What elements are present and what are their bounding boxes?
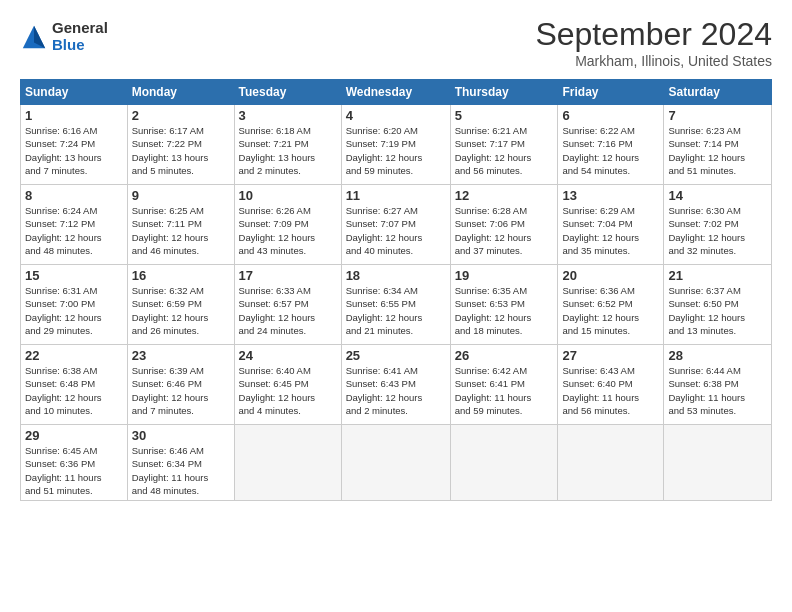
day-info: Sunrise: 6:22 AM Sunset: 7:16 PM Dayligh… bbox=[562, 124, 659, 177]
day-cell: 4Sunrise: 6:20 AM Sunset: 7:19 PM Daylig… bbox=[341, 105, 450, 185]
logo-icon bbox=[20, 23, 48, 51]
day-cell: 6Sunrise: 6:22 AM Sunset: 7:16 PM Daylig… bbox=[558, 105, 664, 185]
day-info: Sunrise: 6:25 AM Sunset: 7:11 PM Dayligh… bbox=[132, 204, 230, 257]
logo-general: General bbox=[52, 20, 108, 37]
header: General Blue September 2024 Markham, Ill… bbox=[20, 16, 772, 69]
day-cell: 20Sunrise: 6:36 AM Sunset: 6:52 PM Dayli… bbox=[558, 265, 664, 345]
day-number: 8 bbox=[25, 188, 123, 203]
day-info: Sunrise: 6:29 AM Sunset: 7:04 PM Dayligh… bbox=[562, 204, 659, 257]
day-number: 13 bbox=[562, 188, 659, 203]
day-info: Sunrise: 6:39 AM Sunset: 6:46 PM Dayligh… bbox=[132, 364, 230, 417]
day-info: Sunrise: 6:21 AM Sunset: 7:17 PM Dayligh… bbox=[455, 124, 554, 177]
day-cell: 28Sunrise: 6:44 AM Sunset: 6:38 PM Dayli… bbox=[664, 345, 772, 425]
day-info: Sunrise: 6:46 AM Sunset: 6:34 PM Dayligh… bbox=[132, 444, 230, 497]
day-cell: 10Sunrise: 6:26 AM Sunset: 7:09 PM Dayli… bbox=[234, 185, 341, 265]
day-info: Sunrise: 6:37 AM Sunset: 6:50 PM Dayligh… bbox=[668, 284, 767, 337]
logo-text: General Blue bbox=[52, 20, 108, 53]
day-number: 3 bbox=[239, 108, 337, 123]
day-number: 1 bbox=[25, 108, 123, 123]
day-info: Sunrise: 6:17 AM Sunset: 7:22 PM Dayligh… bbox=[132, 124, 230, 177]
col-thursday: Thursday bbox=[450, 80, 558, 105]
day-cell: 3Sunrise: 6:18 AM Sunset: 7:21 PM Daylig… bbox=[234, 105, 341, 185]
logo-blue: Blue bbox=[52, 37, 108, 54]
day-cell: 16Sunrise: 6:32 AM Sunset: 6:59 PM Dayli… bbox=[127, 265, 234, 345]
col-friday: Friday bbox=[558, 80, 664, 105]
day-cell: 23Sunrise: 6:39 AM Sunset: 6:46 PM Dayli… bbox=[127, 345, 234, 425]
day-info: Sunrise: 6:31 AM Sunset: 7:00 PM Dayligh… bbox=[25, 284, 123, 337]
day-info: Sunrise: 6:20 AM Sunset: 7:19 PM Dayligh… bbox=[346, 124, 446, 177]
col-wednesday: Wednesday bbox=[341, 80, 450, 105]
day-info: Sunrise: 6:38 AM Sunset: 6:48 PM Dayligh… bbox=[25, 364, 123, 417]
col-sunday: Sunday bbox=[21, 80, 128, 105]
day-number: 23 bbox=[132, 348, 230, 363]
week-row-3: 15Sunrise: 6:31 AM Sunset: 7:00 PM Dayli… bbox=[21, 265, 772, 345]
day-info: Sunrise: 6:43 AM Sunset: 6:40 PM Dayligh… bbox=[562, 364, 659, 417]
day-info: Sunrise: 6:42 AM Sunset: 6:41 PM Dayligh… bbox=[455, 364, 554, 417]
day-cell: 9Sunrise: 6:25 AM Sunset: 7:11 PM Daylig… bbox=[127, 185, 234, 265]
day-cell: 21Sunrise: 6:37 AM Sunset: 6:50 PM Dayli… bbox=[664, 265, 772, 345]
day-cell: 1Sunrise: 6:16 AM Sunset: 7:24 PM Daylig… bbox=[21, 105, 128, 185]
day-info: Sunrise: 6:23 AM Sunset: 7:14 PM Dayligh… bbox=[668, 124, 767, 177]
month-title: September 2024 bbox=[535, 16, 772, 53]
week-row-1: 1Sunrise: 6:16 AM Sunset: 7:24 PM Daylig… bbox=[21, 105, 772, 185]
day-info: Sunrise: 6:32 AM Sunset: 6:59 PM Dayligh… bbox=[132, 284, 230, 337]
day-info: Sunrise: 6:34 AM Sunset: 6:55 PM Dayligh… bbox=[346, 284, 446, 337]
day-cell: 13Sunrise: 6:29 AM Sunset: 7:04 PM Dayli… bbox=[558, 185, 664, 265]
day-info: Sunrise: 6:16 AM Sunset: 7:24 PM Dayligh… bbox=[25, 124, 123, 177]
week-row-5: 29Sunrise: 6:45 AM Sunset: 6:36 PM Dayli… bbox=[21, 425, 772, 501]
week-row-4: 22Sunrise: 6:38 AM Sunset: 6:48 PM Dayli… bbox=[21, 345, 772, 425]
day-info: Sunrise: 6:35 AM Sunset: 6:53 PM Dayligh… bbox=[455, 284, 554, 337]
day-number: 18 bbox=[346, 268, 446, 283]
day-number: 5 bbox=[455, 108, 554, 123]
day-info: Sunrise: 6:28 AM Sunset: 7:06 PM Dayligh… bbox=[455, 204, 554, 257]
day-number: 6 bbox=[562, 108, 659, 123]
day-info: Sunrise: 6:40 AM Sunset: 6:45 PM Dayligh… bbox=[239, 364, 337, 417]
day-number: 22 bbox=[25, 348, 123, 363]
day-number: 27 bbox=[562, 348, 659, 363]
day-number: 14 bbox=[668, 188, 767, 203]
day-info: Sunrise: 6:44 AM Sunset: 6:38 PM Dayligh… bbox=[668, 364, 767, 417]
day-info: Sunrise: 6:33 AM Sunset: 6:57 PM Dayligh… bbox=[239, 284, 337, 337]
day-number: 29 bbox=[25, 428, 123, 443]
day-cell bbox=[450, 425, 558, 501]
day-number: 25 bbox=[346, 348, 446, 363]
day-cell: 29Sunrise: 6:45 AM Sunset: 6:36 PM Dayli… bbox=[21, 425, 128, 501]
day-number: 11 bbox=[346, 188, 446, 203]
day-info: Sunrise: 6:27 AM Sunset: 7:07 PM Dayligh… bbox=[346, 204, 446, 257]
day-cell: 22Sunrise: 6:38 AM Sunset: 6:48 PM Dayli… bbox=[21, 345, 128, 425]
day-cell: 14Sunrise: 6:30 AM Sunset: 7:02 PM Dayli… bbox=[664, 185, 772, 265]
header-row: Sunday Monday Tuesday Wednesday Thursday… bbox=[21, 80, 772, 105]
day-cell: 25Sunrise: 6:41 AM Sunset: 6:43 PM Dayli… bbox=[341, 345, 450, 425]
day-cell bbox=[558, 425, 664, 501]
day-cell: 12Sunrise: 6:28 AM Sunset: 7:06 PM Dayli… bbox=[450, 185, 558, 265]
day-number: 10 bbox=[239, 188, 337, 203]
day-number: 20 bbox=[562, 268, 659, 283]
day-number: 17 bbox=[239, 268, 337, 283]
day-info: Sunrise: 6:45 AM Sunset: 6:36 PM Dayligh… bbox=[25, 444, 123, 497]
day-cell: 15Sunrise: 6:31 AM Sunset: 7:00 PM Dayli… bbox=[21, 265, 128, 345]
location: Markham, Illinois, United States bbox=[535, 53, 772, 69]
day-cell: 17Sunrise: 6:33 AM Sunset: 6:57 PM Dayli… bbox=[234, 265, 341, 345]
day-cell: 19Sunrise: 6:35 AM Sunset: 6:53 PM Dayli… bbox=[450, 265, 558, 345]
day-info: Sunrise: 6:24 AM Sunset: 7:12 PM Dayligh… bbox=[25, 204, 123, 257]
logo: General Blue bbox=[20, 20, 108, 53]
day-cell: 24Sunrise: 6:40 AM Sunset: 6:45 PM Dayli… bbox=[234, 345, 341, 425]
calendar-table: Sunday Monday Tuesday Wednesday Thursday… bbox=[20, 79, 772, 501]
day-cell: 26Sunrise: 6:42 AM Sunset: 6:41 PM Dayli… bbox=[450, 345, 558, 425]
day-cell: 7Sunrise: 6:23 AM Sunset: 7:14 PM Daylig… bbox=[664, 105, 772, 185]
day-info: Sunrise: 6:30 AM Sunset: 7:02 PM Dayligh… bbox=[668, 204, 767, 257]
day-cell: 27Sunrise: 6:43 AM Sunset: 6:40 PM Dayli… bbox=[558, 345, 664, 425]
day-number: 30 bbox=[132, 428, 230, 443]
day-cell bbox=[234, 425, 341, 501]
day-number: 19 bbox=[455, 268, 554, 283]
day-number: 21 bbox=[668, 268, 767, 283]
day-cell: 5Sunrise: 6:21 AM Sunset: 7:17 PM Daylig… bbox=[450, 105, 558, 185]
day-number: 24 bbox=[239, 348, 337, 363]
day-number: 12 bbox=[455, 188, 554, 203]
day-number: 16 bbox=[132, 268, 230, 283]
day-number: 4 bbox=[346, 108, 446, 123]
day-info: Sunrise: 6:36 AM Sunset: 6:52 PM Dayligh… bbox=[562, 284, 659, 337]
day-cell: 2Sunrise: 6:17 AM Sunset: 7:22 PM Daylig… bbox=[127, 105, 234, 185]
week-row-2: 8Sunrise: 6:24 AM Sunset: 7:12 PM Daylig… bbox=[21, 185, 772, 265]
day-cell: 30Sunrise: 6:46 AM Sunset: 6:34 PM Dayli… bbox=[127, 425, 234, 501]
